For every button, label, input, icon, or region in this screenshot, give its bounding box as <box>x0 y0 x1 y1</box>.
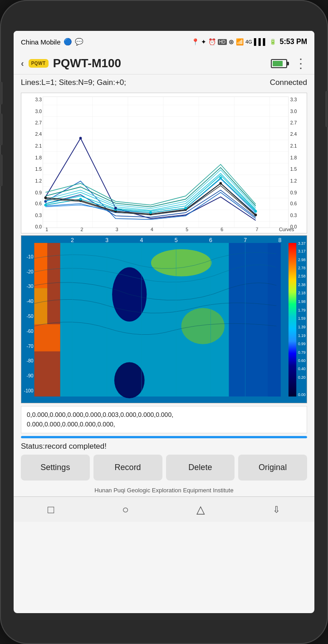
power-button[interactable] <box>325 91 328 127</box>
svg-text:2.1: 2.1 <box>35 143 42 149</box>
carrier-text: China Mobile <box>21 38 61 46</box>
status-right: 📍 ✦ ⏰ HD ⊛ 📶 4G ▌▌▌ 🔋 5:53 PM <box>191 38 307 46</box>
svg-point-43 <box>149 211 152 214</box>
svg-text:0.0: 0.0 <box>35 224 42 229</box>
svg-text:0.20: 0.20 <box>298 375 306 380</box>
svg-point-60 <box>181 308 225 344</box>
svg-text:0.6: 0.6 <box>35 201 42 206</box>
app-header: ‹ PQWT PQWT-M100 ⋮ <box>14 53 314 74</box>
nav-bar: □ ○ △ ⇩ <box>14 496 314 522</box>
nav-back-button[interactable]: △ <box>196 503 205 516</box>
phone-shell: China Mobile 🔵 💬 📍 ✦ ⏰ HD ⊛ 📶 4G ▌▌▌ 🔋 5… <box>0 0 328 644</box>
lines-info: Lines:L=1; Sites:N=9; Gain:+0; <box>21 78 126 87</box>
svg-point-47 <box>44 200 47 203</box>
svg-text:1.5: 1.5 <box>35 166 42 172</box>
battery-status: 🔋 <box>269 39 276 45</box>
heatmap: 2 3 4 5 6 7 8 -10 -20 -30 -40 -50 <box>21 235 307 403</box>
svg-text:0.3: 0.3 <box>35 213 42 218</box>
svg-text:-50: -50 <box>27 313 34 319</box>
svg-text:8: 8 <box>278 237 281 243</box>
data-line2: 0.000,0.000,0.000,0.000,0.000, <box>27 421 115 428</box>
svg-point-39 <box>255 213 257 216</box>
svg-point-48 <box>79 137 82 139</box>
delete-button[interactable]: Delete <box>166 455 235 481</box>
volume-up-button[interactable] <box>0 82 3 104</box>
svg-text:0.6: 0.6 <box>290 201 297 206</box>
svg-text:1.39: 1.39 <box>298 325 306 329</box>
svg-text:3.0: 3.0 <box>290 109 297 114</box>
svg-text:0.3: 0.3 <box>290 213 297 218</box>
status-message: Status:record completed! <box>21 442 307 451</box>
svg-text:-10: -10 <box>27 254 34 259</box>
svg-text:2.7: 2.7 <box>35 119 42 125</box>
svg-text:1.19: 1.19 <box>298 333 306 338</box>
footer: Hunan Puqi Geologic Exploration Equipmen… <box>14 484 314 496</box>
volume-down-button[interactable] <box>0 114 3 145</box>
svg-text:1.2: 1.2 <box>290 178 297 183</box>
svg-text:0.99: 0.99 <box>298 342 306 346</box>
svg-point-44 <box>184 207 187 209</box>
svg-point-59 <box>151 249 211 277</box>
svg-text:1.5: 1.5 <box>290 166 297 172</box>
svg-text:0.79: 0.79 <box>298 350 306 354</box>
svg-text:2.58: 2.58 <box>298 274 306 278</box>
svg-text:0.40: 0.40 <box>298 367 306 371</box>
status-label: Status:record completed! <box>21 442 107 451</box>
svg-text:2.98: 2.98 <box>298 258 306 262</box>
svg-text:3: 3 <box>105 237 108 243</box>
carrier-icon2: 💬 <box>75 38 83 46</box>
svg-text:-20: -20 <box>27 268 34 274</box>
svg-text:3.3: 3.3 <box>35 97 42 102</box>
data-display: 0,0.000,0.000,0.000,0.000,0.003,0.000,0.… <box>21 406 307 433</box>
action-buttons: Settings Record Delete Original <box>21 455 307 481</box>
svg-point-46 <box>255 210 257 213</box>
line-chart: 3.3 3.0 2.7 2.4 2.1 1.8 1.5 1.2 0.9 0.6 … <box>21 93 307 233</box>
signal-bars: ▌▌▌ <box>254 38 268 45</box>
nav-down-button[interactable]: ⇩ <box>273 504 280 515</box>
phone-screen: China Mobile 🔵 💬 📍 ✦ ⏰ HD ⊛ 📶 4G ▌▌▌ 🔋 5… <box>14 31 314 613</box>
svg-text:1.8: 1.8 <box>290 155 297 160</box>
original-button[interactable]: Original <box>238 455 307 481</box>
data-line1: 0,0.000,0.000,0.000,0.000,0.003,0.000,0.… <box>27 411 173 418</box>
record-button[interactable]: Record <box>93 455 162 481</box>
back-button[interactable]: ‹ <box>21 58 24 69</box>
svg-text:-30: -30 <box>27 283 34 289</box>
battery-fill <box>273 61 283 66</box>
hd-icon: HD <box>218 39 227 45</box>
svg-text:-80: -80 <box>27 358 34 363</box>
bluetooth-icon: ✦ <box>201 38 206 45</box>
svg-rect-54 <box>34 324 60 352</box>
svg-text:3.0: 3.0 <box>35 109 42 114</box>
svg-text:2.4: 2.4 <box>290 131 297 137</box>
svg-text:1.79: 1.79 <box>298 308 306 312</box>
svg-point-33 <box>44 197 47 199</box>
nav-home-button[interactable]: ○ <box>122 503 129 516</box>
location-icon: 📍 <box>191 38 199 45</box>
heatmap-svg: 2 3 4 5 6 7 8 -10 -20 -30 -40 -50 <box>21 236 307 403</box>
svg-text:0.60: 0.60 <box>298 358 306 363</box>
mute-button[interactable] <box>0 154 3 186</box>
svg-rect-58 <box>229 243 280 396</box>
svg-text:1.8: 1.8 <box>35 155 42 160</box>
svg-point-45 <box>219 177 222 179</box>
settings-icon: ⊛ <box>229 38 234 45</box>
status-left: China Mobile 🔵 💬 <box>21 38 83 46</box>
svg-text:0.9: 0.9 <box>290 189 297 195</box>
logo-badge: PQWT <box>29 59 49 68</box>
svg-text:-90: -90 <box>27 373 34 378</box>
svg-text:2.1: 2.1 <box>290 143 297 149</box>
svg-point-57 <box>114 362 145 398</box>
settings-button[interactable]: Settings <box>21 455 90 481</box>
svg-rect-52 <box>34 243 48 288</box>
svg-text:3.37: 3.37 <box>298 241 306 246</box>
svg-text:2.7: 2.7 <box>290 119 297 125</box>
svg-text:-100: -100 <box>24 388 34 393</box>
svg-point-41 <box>79 198 82 201</box>
svg-point-40 <box>44 203 47 206</box>
menu-button[interactable]: ⋮ <box>294 57 307 70</box>
signal-4g: 4G <box>245 39 252 45</box>
svg-rect-53 <box>34 288 48 324</box>
time-display: 5:53 PM <box>280 38 307 46</box>
svg-text:2.78: 2.78 <box>298 265 306 270</box>
nav-recent-button[interactable]: □ <box>48 503 54 516</box>
